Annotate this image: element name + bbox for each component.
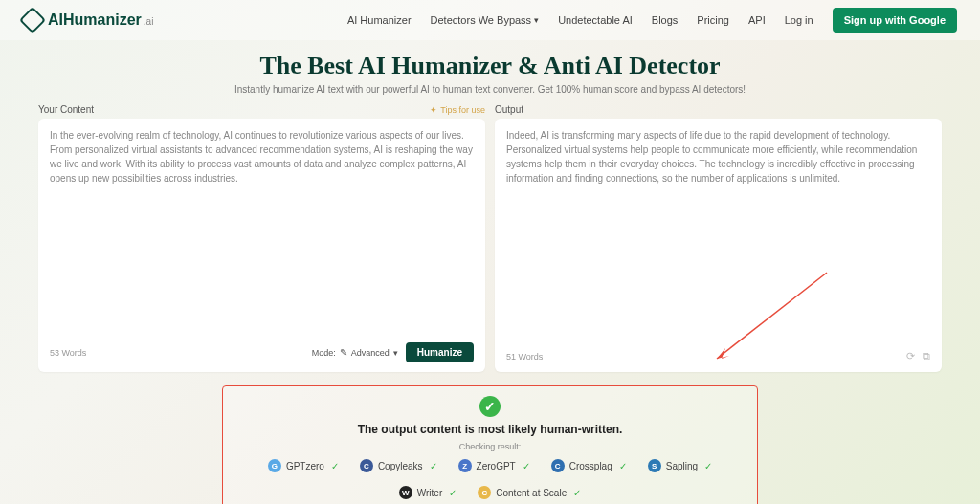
check-icon: ✓ bbox=[523, 461, 530, 471]
output-label: Output bbox=[495, 104, 523, 115]
check-icon: ✓ bbox=[430, 461, 437, 471]
detector-item: CCopyleaks✓ bbox=[360, 459, 437, 472]
detector-name: ZeroGPT bbox=[477, 461, 516, 471]
success-check-icon: ✓ bbox=[479, 396, 501, 417]
nav-detectors[interactable]: Detectors We Bypass ▾ bbox=[431, 14, 540, 26]
mode-label: Mode: bbox=[312, 348, 336, 358]
mode-value: Advanced bbox=[351, 348, 390, 358]
detector-name: Content at Scale bbox=[496, 488, 567, 498]
detector-name: Crossplag bbox=[569, 461, 612, 471]
tips-text: Tips for use bbox=[440, 105, 485, 115]
signup-button[interactable]: Sign up with Google bbox=[833, 8, 957, 33]
detector-item: ZZeroGPT✓ bbox=[458, 459, 530, 472]
lightbulb-icon: ✦ bbox=[430, 105, 437, 115]
input-textarea[interactable]: In the ever-evolving realm of technology… bbox=[50, 128, 474, 342]
copy-icon[interactable]: ⧉ bbox=[923, 350, 930, 362]
pen-icon: ✎ bbox=[340, 347, 347, 358]
nav-blogs[interactable]: Blogs bbox=[652, 14, 679, 26]
page-title: The Best AI Humanizer & Anti AI Detector bbox=[0, 52, 980, 80]
output-panel: Indeed, AI is transforming many aspects … bbox=[495, 119, 942, 372]
detector-item: GGPTzero✓ bbox=[268, 459, 339, 472]
detectors-list: GGPTzero✓CCopyleaks✓ZZeroGPT✓CCrossplag✓… bbox=[236, 459, 744, 499]
mode-selector[interactable]: Mode: ✎ Advanced ▾ bbox=[312, 347, 398, 358]
header: AIHumanizer.ai AI Humanizer Detectors We… bbox=[0, 0, 980, 40]
humanize-button[interactable]: Humanize bbox=[406, 342, 474, 362]
brand-suffix: .ai bbox=[144, 16, 154, 27]
detector-icon: G bbox=[268, 459, 281, 472]
detector-icon: C bbox=[478, 486, 491, 499]
detector-icon: S bbox=[648, 459, 661, 472]
output-column: Output Indeed, AI is transforming many a… bbox=[495, 104, 942, 372]
result-subtitle: Checking result: bbox=[236, 442, 744, 451]
nav-login[interactable]: Log in bbox=[785, 14, 813, 26]
detector-icon: Z bbox=[458, 459, 472, 472]
tips-link[interactable]: ✦ Tips for use bbox=[430, 105, 485, 115]
detector-icon: C bbox=[360, 459, 373, 472]
detector-item: SSapling✓ bbox=[648, 459, 712, 472]
nav-ai-humanizer[interactable]: AI Humanizer bbox=[347, 14, 412, 26]
editor-panels: Your Content ✦ Tips for use In the ever-… bbox=[0, 104, 980, 372]
detector-item: CCrossplag✓ bbox=[551, 459, 627, 472]
nav-api[interactable]: API bbox=[748, 14, 766, 26]
output-text: Indeed, AI is transforming many aspects … bbox=[506, 128, 930, 350]
detector-icon: W bbox=[399, 486, 412, 499]
detector-name: Copyleaks bbox=[378, 461, 423, 471]
output-word-count: 51 Words bbox=[506, 352, 543, 362]
result-title: The output content is most likely human-… bbox=[236, 423, 744, 436]
detector-item: WWriter✓ bbox=[399, 486, 457, 499]
logo-icon bbox=[19, 7, 46, 33]
input-label: Your Content bbox=[38, 104, 94, 115]
refresh-icon[interactable]: ⟳ bbox=[906, 350, 915, 362]
detector-name: Writer bbox=[417, 488, 442, 498]
brand-logo[interactable]: AIHumanizer.ai bbox=[23, 11, 153, 30]
check-icon: ✓ bbox=[449, 488, 457, 498]
brand-name: AIHumanizer bbox=[48, 11, 142, 28]
chevron-down-icon: ▾ bbox=[534, 15, 539, 25]
input-column: Your Content ✦ Tips for use In the ever-… bbox=[38, 104, 485, 372]
input-panel: In the ever-evolving realm of technology… bbox=[38, 119, 485, 372]
detector-name: GPTzero bbox=[286, 461, 324, 471]
detector-name: Sapling bbox=[666, 461, 698, 471]
input-word-count: 53 Words bbox=[50, 348, 86, 358]
detector-icon: C bbox=[551, 459, 565, 472]
chevron-down-icon: ▾ bbox=[393, 348, 398, 358]
nav-undetectable[interactable]: Undetectable AI bbox=[558, 14, 633, 26]
result-box: ✓ The output content is most likely huma… bbox=[222, 385, 758, 504]
check-icon: ✓ bbox=[573, 488, 581, 498]
hero: The Best AI Humanizer & Anti AI Detector… bbox=[0, 40, 980, 104]
detector-item: CContent at Scale✓ bbox=[478, 486, 581, 499]
check-icon: ✓ bbox=[704, 461, 712, 471]
page-subtitle: Instantly humanize AI text with our powe… bbox=[0, 84, 980, 95]
top-nav: AI Humanizer Detectors We Bypass ▾ Undet… bbox=[347, 8, 957, 33]
nav-pricing[interactable]: Pricing bbox=[697, 14, 729, 26]
check-icon: ✓ bbox=[619, 461, 627, 471]
check-icon: ✓ bbox=[331, 461, 339, 471]
nav-detectors-label: Detectors We Bypass bbox=[431, 14, 532, 26]
